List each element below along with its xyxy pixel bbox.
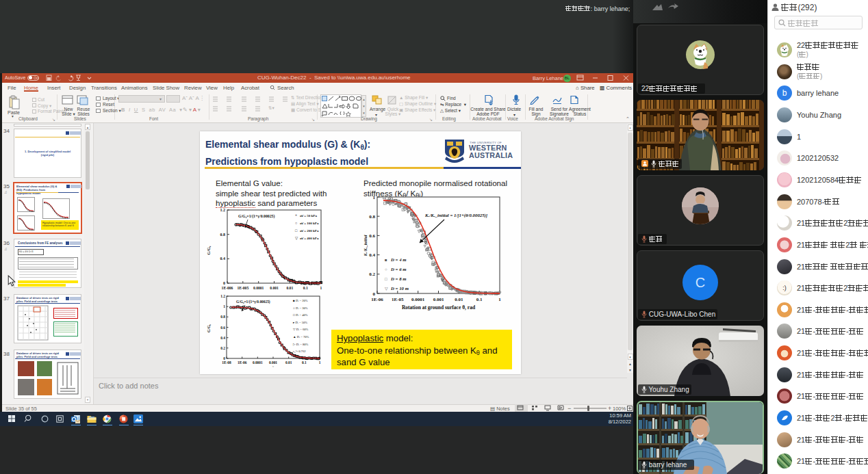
- svg-text:0.01: 0.01: [455, 297, 463, 302]
- svg-text:▽: ▽: [385, 287, 388, 291]
- svg-text:1E-006: 1E-006: [222, 286, 233, 290]
- svg-text:□ Dᵣ = 40%: □ Dᵣ = 40%: [293, 313, 308, 317]
- svg-text:0.001: 0.001: [270, 286, 279, 290]
- svg-text:0.1: 0.1: [476, 297, 483, 302]
- svg-text:0: 0: [223, 281, 225, 285]
- svg-text:1E-05: 1E-05: [392, 297, 404, 302]
- svg-text:D = 4 m: D = 4 m: [390, 257, 407, 262]
- svg-text:0.01: 0.01: [286, 286, 293, 290]
- svg-text:0.6: 0.6: [369, 233, 375, 239]
- svg-text:▷ Dᵣ = 80%: ▷ Dᵣ = 80%: [293, 343, 309, 346]
- svg-text:0.1: 0.1: [302, 360, 307, 365]
- svg-text:■: ■: [385, 258, 387, 262]
- svg-text:1E-08: 1E-08: [222, 360, 231, 365]
- svg-text:1E-06: 1E-06: [238, 360, 247, 365]
- svg-text:+: +: [295, 213, 297, 218]
- svg-text:0.6: 0.6: [220, 326, 225, 330]
- svg-text:▸ Dᵣ = 50%: ▸ Dᵣ = 50%: [293, 321, 307, 324]
- svg-text:0.4: 0.4: [220, 336, 225, 340]
- svg-text:1: 1: [373, 195, 376, 200]
- svg-text:0.8: 0.8: [220, 233, 226, 237]
- svg-text:▽ Dᵣ = 60%: ▽ Dᵣ = 60%: [293, 328, 309, 331]
- svg-text:Rotation at ground surface θ,: Rotation at ground surface θ, rad: [402, 304, 476, 311]
- svg-text:0.4: 0.4: [220, 256, 226, 261]
- svg-text:○: ○: [295, 221, 297, 225]
- svg-text:▲ Dᵣ = 70%: ▲ Dᵣ = 70%: [293, 335, 309, 339]
- svg-text:1: 1: [320, 286, 322, 290]
- svg-text:Kₑ/Kₑ_initial: Kₑ/Kₑ_initial: [363, 235, 368, 256]
- svg-text:0.2: 0.2: [220, 346, 225, 350]
- svg-text:0.8: 0.8: [220, 315, 225, 319]
- svg-text:D = 10 m: D = 10 m: [390, 286, 409, 291]
- svg-text:0.01: 0.01: [285, 360, 292, 365]
- svg-text:0.0001: 0.0001: [253, 360, 263, 365]
- svg-text:Kₑ/Kₑ_initial = 1/[1+(θ/0.0002: Kₑ/Kₑ_initial = 1/[1+(θ/0.00025)]: [424, 213, 488, 218]
- svg-text:1: 1: [319, 360, 321, 365]
- svg-text:1E-06: 1E-06: [371, 297, 383, 302]
- svg-text:0.0001: 0.0001: [253, 286, 264, 290]
- svg-text:1.2: 1.2: [220, 294, 225, 298]
- svg-text:□: □: [385, 277, 387, 281]
- svg-text:0.4: 0.4: [369, 252, 375, 258]
- svg-text:σₖ'= 400 kPa: σₖ'= 400 kPa: [300, 237, 319, 240]
- svg-text:0.001: 0.001: [433, 297, 444, 302]
- svg-text:0.0001: 0.0001: [411, 297, 425, 302]
- svg-text:G/G₀: G/G₀: [207, 246, 211, 254]
- svg-text:1: 1: [223, 304, 225, 308]
- svg-text:0.2: 0.2: [369, 272, 375, 277]
- svg-text:■ Dᵣ = 20%: ■ Dᵣ = 20%: [293, 299, 308, 302]
- svg-text:0.8: 0.8: [369, 214, 375, 220]
- svg-text:0: 0: [373, 291, 376, 297]
- svg-text:D = 8 m: D = 8 m: [390, 276, 407, 281]
- svg-text:0.1: 0.1: [303, 286, 308, 290]
- svg-text:σₖ'= 100 kPa: σₖ'= 100 kPa: [300, 222, 319, 225]
- svg-text:σₖ'= 200 kPa: σₖ'= 200 kPa: [300, 229, 319, 233]
- svg-text:○: ○: [385, 267, 387, 272]
- svg-text:σₖ'= 50 kPa: σₖ'= 50 kPa: [300, 214, 317, 218]
- svg-text:γ: γ: [272, 365, 274, 367]
- svg-text:G/G₀=1/(1+γ/0.00025): G/G₀=1/(1+γ/0.00025): [238, 214, 275, 219]
- svg-text:e₀'≈ 0.762: e₀'≈ 0.762: [293, 350, 306, 353]
- svg-text:1.2: 1.2: [220, 208, 226, 212]
- svg-text:G/G₀: G/G₀: [207, 324, 211, 332]
- svg-text:G/G₀=1/(1+γ/0.00025): G/G₀=1/(1+γ/0.00025): [236, 300, 270, 304]
- svg-text:D = 6 m: D = 6 m: [390, 267, 407, 272]
- svg-text:1: 1: [498, 297, 501, 302]
- svg-text:1E-005: 1E-005: [237, 286, 248, 290]
- svg-text:○ Dᵣ = 30%: ○ Dᵣ = 30%: [293, 306, 308, 310]
